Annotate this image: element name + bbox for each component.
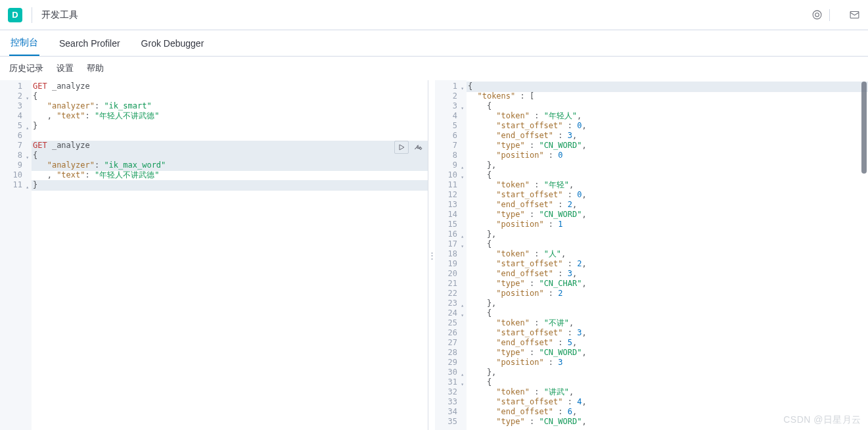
svg-point-1 <box>815 13 819 17</box>
help-icon[interactable] <box>811 9 823 21</box>
header-divider <box>32 7 32 23</box>
response-editor[interactable]: 1▾23▾456789▴10▾111213141516▴17▾181920212… <box>435 80 868 430</box>
tab-grok-debugger[interactable]: Grok Debugger <box>140 32 206 56</box>
console-subbar: 历史记录 设置 帮助 <box>0 57 868 80</box>
scrollbar-thumb[interactable] <box>861 82 867 174</box>
tab-search-profiler[interactable]: Search Profiler <box>58 32 122 56</box>
mail-icon[interactable] <box>848 9 860 21</box>
sub-settings[interactable]: 设置 <box>57 62 74 74</box>
wrench-icon[interactable] <box>411 141 425 154</box>
header-divider <box>829 9 830 21</box>
app-logo[interactable]: D <box>8 8 22 22</box>
app-header: D 开发工具 <box>0 0 868 30</box>
request-actions <box>394 141 425 154</box>
sub-help[interactable]: 帮助 <box>87 62 104 74</box>
response-gutter: 1▾23▾456789▴10▾111213141516▴17▾181920212… <box>435 80 467 430</box>
request-code[interactable]: GET _analyze{ "analyzer": "ik_smart" , "… <box>33 82 426 190</box>
svg-point-0 <box>813 11 821 19</box>
tab-console[interactable]: 控制台 <box>9 30 39 56</box>
sub-history[interactable]: 历史记录 <box>9 62 43 74</box>
request-editor[interactable]: 12▾345▴678▾91011▴ GET _analyze{ "analyze… <box>0 80 428 430</box>
app-title: 开发工具 <box>41 9 78 21</box>
response-code: { "tokens" : [ { "token" : "年轻人", "start… <box>468 82 867 427</box>
run-button[interactable] <box>394 141 409 154</box>
request-gutter: 12▾345▴678▾91011▴ <box>0 80 32 430</box>
panel-splitter[interactable]: ⋮ <box>428 80 435 430</box>
editor-panels: 12▾345▴678▾91011▴ GET _analyze{ "analyze… <box>0 80 868 430</box>
scrollbar-track[interactable] <box>861 82 867 429</box>
svg-rect-2 <box>850 12 859 18</box>
tab-bar: 控制台 Search Profiler Grok Debugger <box>0 30 868 57</box>
